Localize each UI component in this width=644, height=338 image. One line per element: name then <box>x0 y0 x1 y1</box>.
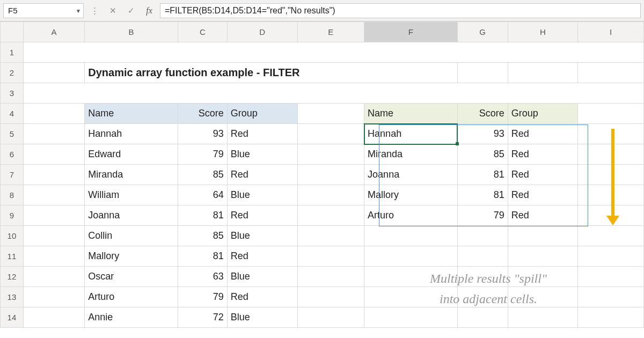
col-header-D[interactable]: D <box>227 22 297 42</box>
t1-group[interactable]: Red <box>228 124 297 144</box>
row-header-11[interactable]: 11 <box>1 246 24 267</box>
row-header-8[interactable]: 8 <box>1 185 24 205</box>
col-header-H[interactable]: H <box>508 22 578 42</box>
t1-score[interactable]: 93 <box>178 124 227 144</box>
accept-icon[interactable]: ✓ <box>123 3 138 18</box>
formula-bar: F5 ▼ ⋮ ✕ ✓ fx =FILTER(B5:D14,D5:D14="red… <box>0 0 644 21</box>
t1-score[interactable]: 79 <box>178 144 227 164</box>
t1-name[interactable]: Mallory <box>85 246 178 266</box>
t1-name[interactable]: Edward <box>85 144 178 164</box>
col-header-G[interactable]: G <box>457 22 508 42</box>
t2-hdr-group: Group <box>508 104 578 123</box>
t1-group[interactable]: Red <box>228 246 297 266</box>
t1-score[interactable]: 85 <box>178 165 227 185</box>
col-header-B[interactable]: B <box>85 22 178 42</box>
page-title: Dynamic array function example - FILTER <box>85 63 457 83</box>
t2-group[interactable]: Red <box>508 144 578 164</box>
t1-group[interactable]: Blue <box>228 185 297 205</box>
annotation-line1: Multiple results "spill" <box>386 268 590 289</box>
spill-arrow-icon <box>606 129 619 225</box>
t1-hdr-score: Score <box>178 104 227 123</box>
annotation-line2: into adjacent cells. <box>386 289 590 309</box>
t2-group[interactable]: Red <box>508 185 578 205</box>
t1-group[interactable]: Blue <box>228 226 297 246</box>
t1-hdr-group: Group <box>228 104 297 123</box>
t1-name[interactable]: William <box>85 185 178 205</box>
select-all-corner[interactable] <box>1 22 24 42</box>
dots-icon: ⋮ <box>87 3 102 18</box>
t2-group[interactable]: Red <box>508 205 578 225</box>
t2-score[interactable]: 79 <box>458 205 508 225</box>
t1-score[interactable]: 81 <box>178 205 227 225</box>
row-header-10[interactable]: 10 <box>1 226 24 246</box>
formula-text: =FILTER(B5:D14,D5:D14="red","No results"… <box>165 6 335 16</box>
dropdown-icon[interactable]: ▼ <box>76 8 81 13</box>
t1-group[interactable]: Blue <box>228 144 297 164</box>
row-header-5[interactable]: 5 <box>1 124 24 144</box>
t2-name[interactable]: Joanna <box>364 165 457 185</box>
t1-name[interactable]: Oscar <box>85 267 178 286</box>
t2-score[interactable]: 93 <box>458 124 508 144</box>
t2-score[interactable]: 81 <box>458 185 508 205</box>
t1-group[interactable]: Red <box>228 205 297 225</box>
t2-group[interactable]: Red <box>508 124 578 144</box>
cancel-icon[interactable]: ✕ <box>105 3 120 18</box>
row-header-1[interactable]: 1 <box>1 42 24 63</box>
t1-score[interactable]: 72 <box>178 307 227 327</box>
row-header-9[interactable]: 9 <box>1 205 24 226</box>
t2-name[interactable]: Hannah <box>364 124 457 144</box>
t1-hdr-name: Name <box>85 104 178 123</box>
t2-name[interactable]: Arturo <box>364 205 457 225</box>
row-header-4[interactable]: 4 <box>1 104 24 124</box>
row-header-14[interactable]: 14 <box>1 307 24 328</box>
t1-score[interactable]: 63 <box>178 267 227 286</box>
t1-group[interactable]: Red <box>228 165 297 185</box>
row-header-13[interactable]: 13 <box>1 287 24 307</box>
col-header-E[interactable]: E <box>297 22 364 42</box>
t1-name[interactable]: Arturo <box>85 287 178 307</box>
t2-score[interactable]: 85 <box>458 144 508 164</box>
col-header-C[interactable]: C <box>178 22 227 42</box>
t1-score[interactable]: 85 <box>178 226 227 246</box>
t1-name[interactable]: Hannah <box>85 124 178 144</box>
t1-score[interactable]: 79 <box>178 287 227 307</box>
t2-name[interactable]: Miranda <box>364 144 457 164</box>
t2-score[interactable]: 81 <box>458 165 508 185</box>
col-header-I[interactable]: I <box>578 22 644 42</box>
t2-group[interactable]: Red <box>508 165 578 185</box>
t1-name[interactable]: Annie <box>85 307 178 327</box>
name-box[interactable]: F5 ▼ <box>3 3 84 18</box>
fx-icon[interactable]: fx <box>142 3 157 18</box>
row-header-6[interactable]: 6 <box>1 144 24 165</box>
t1-group[interactable]: Blue <box>228 267 297 286</box>
t2-hdr-score: Score <box>458 104 508 123</box>
row-header-7[interactable]: 7 <box>1 165 24 185</box>
row-header-2[interactable]: 2 <box>1 63 24 83</box>
annotation-text: Multiple results "spill" into adjacent c… <box>386 268 590 310</box>
t1-group[interactable]: Blue <box>228 307 297 327</box>
row-header-3[interactable]: 3 <box>1 83 24 104</box>
t2-hdr-name: Name <box>364 104 457 123</box>
t2-name[interactable]: Mallory <box>364 185 457 205</box>
row-header-12[interactable]: 12 <box>1 267 24 287</box>
formula-input[interactable]: =FILTER(B5:D14,D5:D14="red","No results"… <box>160 3 641 18</box>
t1-score[interactable]: 81 <box>178 246 227 266</box>
t1-name[interactable]: Collin <box>85 226 178 246</box>
t1-group[interactable]: Red <box>228 287 297 307</box>
t1-name[interactable]: Miranda <box>85 165 178 185</box>
col-header-A[interactable]: A <box>23 22 84 42</box>
t1-name[interactable]: Joanna <box>85 205 178 225</box>
name-box-value: F5 <box>8 6 18 15</box>
col-header-F[interactable]: F <box>364 22 458 42</box>
t1-score[interactable]: 64 <box>178 185 227 205</box>
